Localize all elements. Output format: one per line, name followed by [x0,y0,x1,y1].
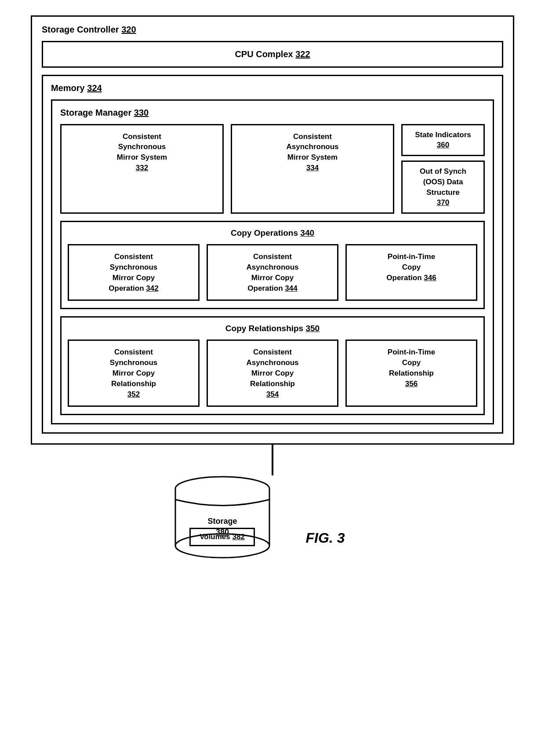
connector [31,445,514,475]
connector-line [272,445,273,475]
storage-label-text: Storage [207,517,237,526]
copy-relationships-section: Copy Relationships 350 Consistent Synchr… [60,316,485,415]
oos-data-structure-box: Out of Synch (OOS) Data Structure 370 [401,161,485,214]
storage-cylinder-wrapper: Storage 380 Volumes 382 [174,475,271,546]
copy-operations-label: Copy Operations 340 [68,228,477,238]
point-in-time-copy-op-box: Point-in-Time Copy Operation 346 [345,244,477,301]
point-in-time-copy-rel-box: Point-in-Time Copy Relationship 356 [345,340,477,407]
consistent-sync-mirror-system-box: Consistent Synchronous Mirror System 332 [60,124,224,214]
diagram: Storage Controller 320 CPU Complex 322 M… [31,15,514,547]
state-indicators-box: State Indicators 360 [401,124,485,157]
storage-controller-label: Storage Controller 320 [42,25,503,35]
consistent-async-mirror-copy-op-box: Consistent Asynchronous Mirror Copy Oper… [207,244,338,301]
consistent-sync-mirror-copy-op-box: Consistent Synchronous Mirror Copy Opera… [68,244,200,301]
memory-label: Memory 324 [51,83,494,93]
copy-operations-section: Copy Operations 340 Consistent Synchrono… [60,221,485,309]
storage-area: Storage 380 Volumes 382 FIG. 3 [31,475,514,546]
sm-top-row: Consistent Synchronous Mirror System 332… [60,124,485,214]
volumes-container: Volumes 382 [189,526,255,546]
cpu-complex-box: CPU Complex 322 [42,41,503,68]
cpu-complex-label: CPU Complex 322 [235,49,310,59]
memory-box: Memory 324 Storage Manager 330 Consisten… [42,75,503,434]
consistent-async-mirror-copy-rel-box: Consistent Asynchronous Mirror Copy Rela… [207,340,338,407]
copy-operations-items: Consistent Synchronous Mirror Copy Opera… [68,244,477,301]
storage-manager-label: Storage Manager 330 [60,108,485,118]
sm-systems: Consistent Synchronous Mirror System 332… [60,124,394,214]
copy-relationships-items: Consistent Synchronous Mirror Copy Relat… [68,340,477,407]
storage-controller-box: Storage Controller 320 CPU Complex 322 M… [31,15,514,445]
volumes-box: Volumes 382 [189,528,255,546]
fig-label: FIG. 3 [306,530,371,546]
consistent-sync-mirror-copy-rel-box: Consistent Synchronous Mirror Copy Relat… [68,340,200,407]
storage-cylinder-svg: Storage 380 [174,475,271,563]
page: Storage Controller 320 CPU Complex 322 M… [31,15,514,741]
sm-right-col: State Indicators 360 Out of Synch (OOS) … [401,124,485,214]
consistent-async-mirror-system-box: Consistent Asynchronous Mirror System 33… [231,124,394,214]
copy-relationships-label: Copy Relationships 350 [68,324,477,333]
storage-manager-box: Storage Manager 330 Consistent Synchrono… [51,99,494,425]
